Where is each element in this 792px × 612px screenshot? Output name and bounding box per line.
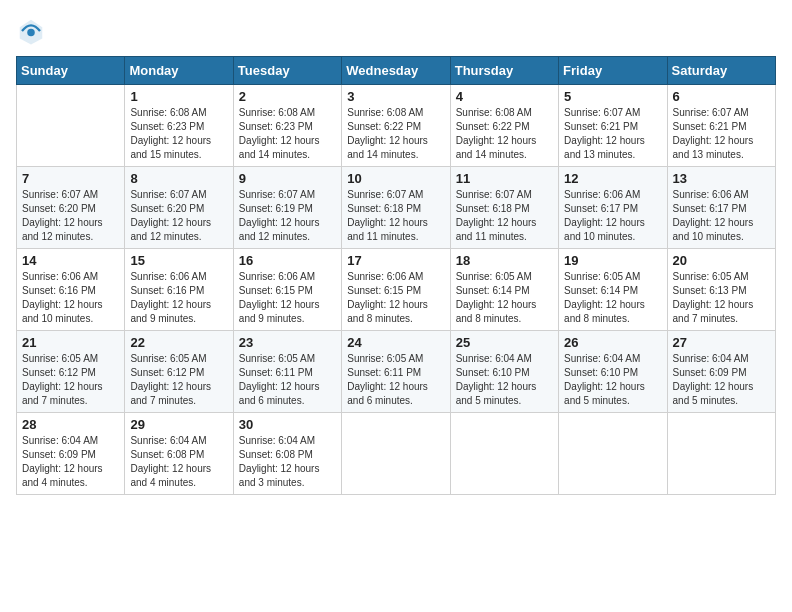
day-header-sunday: Sunday	[17, 57, 125, 85]
day-number: 4	[456, 89, 553, 104]
calendar-cell: 25Sunrise: 6:04 AM Sunset: 6:10 PM Dayli…	[450, 331, 558, 413]
calendar-cell	[450, 413, 558, 495]
calendar-table: SundayMondayTuesdayWednesdayThursdayFrid…	[16, 56, 776, 495]
day-info: Sunrise: 6:05 AM Sunset: 6:13 PM Dayligh…	[673, 270, 770, 326]
day-info: Sunrise: 6:05 AM Sunset: 6:11 PM Dayligh…	[239, 352, 336, 408]
day-number: 17	[347, 253, 444, 268]
day-number: 29	[130, 417, 227, 432]
day-info: Sunrise: 6:07 AM Sunset: 6:18 PM Dayligh…	[347, 188, 444, 244]
day-info: Sunrise: 6:05 AM Sunset: 6:14 PM Dayligh…	[456, 270, 553, 326]
day-number: 25	[456, 335, 553, 350]
day-info: Sunrise: 6:08 AM Sunset: 6:23 PM Dayligh…	[130, 106, 227, 162]
day-number: 6	[673, 89, 770, 104]
day-number: 19	[564, 253, 661, 268]
day-info: Sunrise: 6:04 AM Sunset: 6:09 PM Dayligh…	[673, 352, 770, 408]
calendar-cell	[342, 413, 450, 495]
calendar-cell: 19Sunrise: 6:05 AM Sunset: 6:14 PM Dayli…	[559, 249, 667, 331]
calendar-cell: 23Sunrise: 6:05 AM Sunset: 6:11 PM Dayli…	[233, 331, 341, 413]
day-info: Sunrise: 6:06 AM Sunset: 6:16 PM Dayligh…	[130, 270, 227, 326]
calendar-cell: 27Sunrise: 6:04 AM Sunset: 6:09 PM Dayli…	[667, 331, 775, 413]
day-info: Sunrise: 6:04 AM Sunset: 6:10 PM Dayligh…	[456, 352, 553, 408]
day-number: 10	[347, 171, 444, 186]
day-info: Sunrise: 6:04 AM Sunset: 6:08 PM Dayligh…	[239, 434, 336, 490]
day-header-saturday: Saturday	[667, 57, 775, 85]
calendar-cell: 2Sunrise: 6:08 AM Sunset: 6:23 PM Daylig…	[233, 85, 341, 167]
day-info: Sunrise: 6:05 AM Sunset: 6:12 PM Dayligh…	[22, 352, 119, 408]
day-info: Sunrise: 6:04 AM Sunset: 6:08 PM Dayligh…	[130, 434, 227, 490]
day-info: Sunrise: 6:08 AM Sunset: 6:23 PM Dayligh…	[239, 106, 336, 162]
calendar-cell: 11Sunrise: 6:07 AM Sunset: 6:18 PM Dayli…	[450, 167, 558, 249]
calendar-cell: 7Sunrise: 6:07 AM Sunset: 6:20 PM Daylig…	[17, 167, 125, 249]
day-info: Sunrise: 6:08 AM Sunset: 6:22 PM Dayligh…	[456, 106, 553, 162]
day-info: Sunrise: 6:04 AM Sunset: 6:10 PM Dayligh…	[564, 352, 661, 408]
day-info: Sunrise: 6:07 AM Sunset: 6:20 PM Dayligh…	[130, 188, 227, 244]
calendar-cell	[17, 85, 125, 167]
calendar-cell: 29Sunrise: 6:04 AM Sunset: 6:08 PM Dayli…	[125, 413, 233, 495]
week-row-1: 1Sunrise: 6:08 AM Sunset: 6:23 PM Daylig…	[17, 85, 776, 167]
day-info: Sunrise: 6:05 AM Sunset: 6:11 PM Dayligh…	[347, 352, 444, 408]
day-info: Sunrise: 6:06 AM Sunset: 6:17 PM Dayligh…	[673, 188, 770, 244]
calendar-cell: 15Sunrise: 6:06 AM Sunset: 6:16 PM Dayli…	[125, 249, 233, 331]
day-number: 21	[22, 335, 119, 350]
day-number: 11	[456, 171, 553, 186]
day-info: Sunrise: 6:06 AM Sunset: 6:15 PM Dayligh…	[239, 270, 336, 326]
logo-icon	[16, 16, 46, 46]
day-info: Sunrise: 6:05 AM Sunset: 6:12 PM Dayligh…	[130, 352, 227, 408]
day-number: 3	[347, 89, 444, 104]
day-info: Sunrise: 6:08 AM Sunset: 6:22 PM Dayligh…	[347, 106, 444, 162]
day-number: 30	[239, 417, 336, 432]
calendar-cell: 28Sunrise: 6:04 AM Sunset: 6:09 PM Dayli…	[17, 413, 125, 495]
calendar-cell: 20Sunrise: 6:05 AM Sunset: 6:13 PM Dayli…	[667, 249, 775, 331]
calendar-cell: 17Sunrise: 6:06 AM Sunset: 6:15 PM Dayli…	[342, 249, 450, 331]
day-number: 1	[130, 89, 227, 104]
days-header-row: SundayMondayTuesdayWednesdayThursdayFrid…	[17, 57, 776, 85]
day-number: 9	[239, 171, 336, 186]
day-info: Sunrise: 6:06 AM Sunset: 6:17 PM Dayligh…	[564, 188, 661, 244]
day-number: 27	[673, 335, 770, 350]
day-number: 12	[564, 171, 661, 186]
day-number: 28	[22, 417, 119, 432]
day-header-thursday: Thursday	[450, 57, 558, 85]
header	[16, 16, 776, 46]
day-number: 20	[673, 253, 770, 268]
day-number: 18	[456, 253, 553, 268]
day-number: 8	[130, 171, 227, 186]
day-number: 22	[130, 335, 227, 350]
day-header-tuesday: Tuesday	[233, 57, 341, 85]
calendar-cell: 21Sunrise: 6:05 AM Sunset: 6:12 PM Dayli…	[17, 331, 125, 413]
calendar-cell: 13Sunrise: 6:06 AM Sunset: 6:17 PM Dayli…	[667, 167, 775, 249]
day-number: 13	[673, 171, 770, 186]
day-info: Sunrise: 6:07 AM Sunset: 6:21 PM Dayligh…	[564, 106, 661, 162]
logo	[16, 16, 48, 46]
calendar-cell: 12Sunrise: 6:06 AM Sunset: 6:17 PM Dayli…	[559, 167, 667, 249]
calendar-cell: 18Sunrise: 6:05 AM Sunset: 6:14 PM Dayli…	[450, 249, 558, 331]
calendar-cell: 5Sunrise: 6:07 AM Sunset: 6:21 PM Daylig…	[559, 85, 667, 167]
calendar-cell: 1Sunrise: 6:08 AM Sunset: 6:23 PM Daylig…	[125, 85, 233, 167]
calendar-cell: 16Sunrise: 6:06 AM Sunset: 6:15 PM Dayli…	[233, 249, 341, 331]
calendar-cell: 9Sunrise: 6:07 AM Sunset: 6:19 PM Daylig…	[233, 167, 341, 249]
day-number: 15	[130, 253, 227, 268]
week-row-3: 14Sunrise: 6:06 AM Sunset: 6:16 PM Dayli…	[17, 249, 776, 331]
day-number: 7	[22, 171, 119, 186]
week-row-2: 7Sunrise: 6:07 AM Sunset: 6:20 PM Daylig…	[17, 167, 776, 249]
day-info: Sunrise: 6:07 AM Sunset: 6:19 PM Dayligh…	[239, 188, 336, 244]
calendar-cell	[559, 413, 667, 495]
day-info: Sunrise: 6:06 AM Sunset: 6:15 PM Dayligh…	[347, 270, 444, 326]
day-info: Sunrise: 6:06 AM Sunset: 6:16 PM Dayligh…	[22, 270, 119, 326]
calendar-cell	[667, 413, 775, 495]
calendar-cell: 24Sunrise: 6:05 AM Sunset: 6:11 PM Dayli…	[342, 331, 450, 413]
day-number: 16	[239, 253, 336, 268]
calendar-cell: 6Sunrise: 6:07 AM Sunset: 6:21 PM Daylig…	[667, 85, 775, 167]
calendar-cell: 22Sunrise: 6:05 AM Sunset: 6:12 PM Dayli…	[125, 331, 233, 413]
calendar-cell: 8Sunrise: 6:07 AM Sunset: 6:20 PM Daylig…	[125, 167, 233, 249]
week-row-4: 21Sunrise: 6:05 AM Sunset: 6:12 PM Dayli…	[17, 331, 776, 413]
day-info: Sunrise: 6:07 AM Sunset: 6:18 PM Dayligh…	[456, 188, 553, 244]
day-info: Sunrise: 6:04 AM Sunset: 6:09 PM Dayligh…	[22, 434, 119, 490]
day-info: Sunrise: 6:05 AM Sunset: 6:14 PM Dayligh…	[564, 270, 661, 326]
calendar-cell: 4Sunrise: 6:08 AM Sunset: 6:22 PM Daylig…	[450, 85, 558, 167]
calendar-cell: 26Sunrise: 6:04 AM Sunset: 6:10 PM Dayli…	[559, 331, 667, 413]
day-header-monday: Monday	[125, 57, 233, 85]
day-info: Sunrise: 6:07 AM Sunset: 6:21 PM Dayligh…	[673, 106, 770, 162]
day-header-friday: Friday	[559, 57, 667, 85]
calendar-cell: 30Sunrise: 6:04 AM Sunset: 6:08 PM Dayli…	[233, 413, 341, 495]
